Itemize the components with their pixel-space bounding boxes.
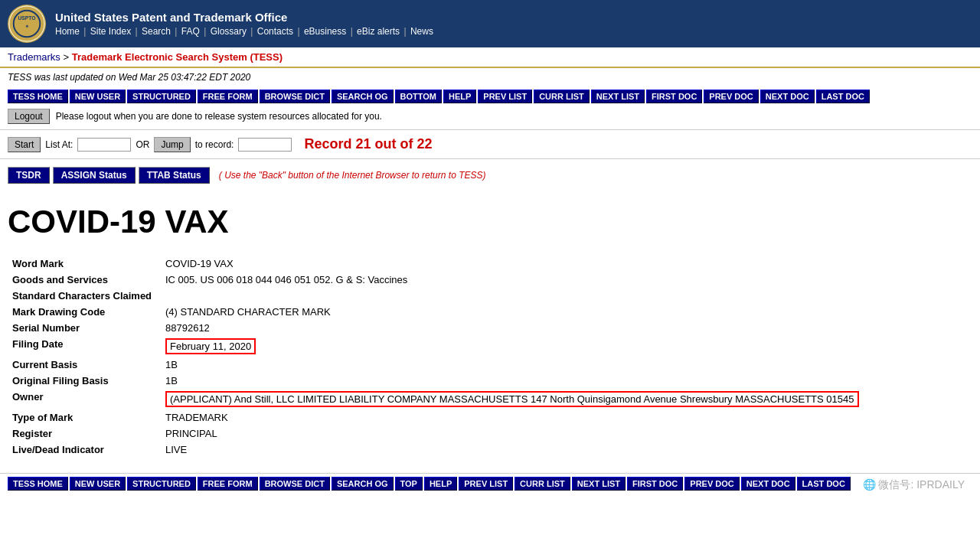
next-doc-button-bottom[interactable]: NEXT DOC	[741, 477, 795, 491]
field-value	[161, 288, 972, 304]
logout-message: Please logout when you are done to relea…	[56, 111, 382, 122]
record-count: Record 21 out of 22	[304, 136, 432, 152]
table-row: Owner (APPLICANT) And Still, LLC LIMITED…	[8, 389, 972, 409]
free-form-button-bottom[interactable]: FREE FORM	[198, 477, 258, 491]
start-button[interactable]: Start	[8, 137, 41, 152]
prev-doc-button-bottom[interactable]: PREV DOC	[684, 477, 739, 491]
table-row: Original Filing Basis 1B	[8, 373, 972, 389]
table-row: Current Basis 1B	[8, 357, 972, 373]
last-doc-button-bottom[interactable]: LAST DOC	[797, 477, 851, 491]
header-text: United States Patent and Trademark Offic…	[55, 11, 433, 37]
browse-dict-button-bottom[interactable]: BROWSE DICT	[260, 477, 330, 491]
filing-date-highlight: February 11, 2020	[165, 338, 256, 354]
next-list-button-top[interactable]: NEXT LIST	[591, 90, 645, 103]
field-value: (4) STANDARD CHARACTER MARK	[161, 304, 972, 320]
divider-1	[0, 129, 980, 130]
structured-button-bottom[interactable]: STRUCTURED	[127, 477, 196, 491]
main-content: COVID-19 VAX Word Mark COVID-19 VAX Good…	[0, 188, 980, 465]
owner-highlight: (APPLICANT) And Still, LLC LIMITED LIABI…	[165, 391, 859, 407]
prev-doc-button-top[interactable]: PREV DOC	[704, 90, 758, 103]
update-notice: TESS was last updated on Wed Mar 25 03:4…	[0, 68, 980, 86]
field-label: Current Basis	[8, 357, 161, 373]
ttab-status-button[interactable]: TTAB Status	[139, 167, 210, 184]
header-nav: Home | Site Index | Search | FAQ | Gloss…	[55, 26, 433, 37]
nav-ebusiness[interactable]: eBusiness	[304, 26, 346, 37]
trademark-title: COVID-19 VAX	[8, 204, 972, 240]
field-label: Live/Dead Indicator	[8, 442, 161, 458]
or-label: OR	[136, 139, 149, 150]
table-row: Mark Drawing Code (4) STANDARD CHARACTER…	[8, 304, 972, 320]
to-record-label: to record:	[195, 139, 234, 150]
top-button-bottom[interactable]: TOP	[395, 477, 423, 491]
table-row: Standard Characters Claimed	[8, 288, 972, 304]
field-label: Original Filing Basis	[8, 373, 161, 389]
to-record-input[interactable]	[238, 138, 292, 152]
field-value: LIVE	[161, 442, 972, 458]
curr-list-button-top[interactable]: CURR LIST	[534, 90, 590, 103]
next-list-button-bottom[interactable]: NEXT LIST	[572, 477, 626, 491]
jump-button[interactable]: Jump	[154, 137, 190, 152]
nav-home[interactable]: Home	[55, 26, 80, 37]
field-label: Filing Date	[8, 336, 161, 357]
table-row: Serial Number 88792612	[8, 320, 972, 336]
browse-dict-button[interactable]: BROWSE DICT	[260, 90, 330, 103]
new-user-button[interactable]: NEW USER	[70, 90, 126, 103]
nav-search[interactable]: Search	[142, 26, 171, 37]
tess-home-button[interactable]: TESS HOME	[8, 90, 68, 103]
last-doc-button-top[interactable]: LAST DOC	[816, 90, 870, 103]
prev-list-button-top[interactable]: PREV LIST	[478, 90, 532, 103]
logout-button[interactable]: Logout	[8, 109, 50, 124]
field-value: IC 005. US 006 018 044 046 051 052. G & …	[161, 272, 972, 288]
nav-contacts[interactable]: Contacts	[257, 26, 293, 37]
field-label: Standard Characters Claimed	[8, 288, 161, 304]
help-button-bottom[interactable]: HELP	[424, 477, 457, 491]
field-label: Word Mark	[8, 256, 161, 272]
table-row: Word Mark COVID-19 VAX	[8, 256, 972, 272]
table-row: Type of Mark TRADEMARK	[8, 409, 972, 426]
trademark-data-table: Word Mark COVID-19 VAX Goods and Service…	[8, 256, 972, 458]
table-row: Filing Date February 11, 2020	[8, 336, 972, 357]
nav-site-index[interactable]: Site Index	[90, 26, 131, 37]
curr-list-button-bottom[interactable]: CURR LIST	[514, 477, 570, 491]
table-row: Live/Dead Indicator LIVE	[8, 442, 972, 458]
page-header: USPTO ★ United States Patent and Tradema…	[0, 0, 980, 47]
first-doc-button-bottom[interactable]: FIRST DOC	[627, 477, 683, 491]
field-label: Register	[8, 426, 161, 442]
list-at-input[interactable]	[77, 138, 131, 152]
search-og-button-bottom[interactable]: SEARCH OG	[332, 477, 394, 491]
divider-2	[0, 158, 980, 159]
watermark: 🌐 微信号: IPRDAILY	[863, 478, 965, 492]
first-doc-button-top[interactable]: FIRST DOC	[646, 90, 702, 103]
uspto-logo: USPTO ★	[8, 5, 46, 43]
nav-glossary[interactable]: Glossary	[211, 26, 247, 37]
list-at-label: List At:	[45, 139, 73, 150]
field-label: Serial Number	[8, 320, 161, 336]
field-label: Mark Drawing Code	[8, 304, 161, 320]
new-user-button-bottom[interactable]: NEW USER	[70, 477, 126, 491]
field-value: TRADEMARK	[161, 409, 972, 426]
tess-home-button-bottom[interactable]: TESS HOME	[8, 477, 68, 491]
field-value: 88792612	[161, 320, 972, 336]
field-label: Owner	[8, 389, 161, 409]
field-label: Goods and Services	[8, 272, 161, 288]
field-value: COVID-19 VAX	[161, 256, 972, 272]
help-button-top[interactable]: HELP	[443, 90, 476, 103]
free-form-button[interactable]: FREE FORM	[198, 90, 258, 103]
tsdr-button[interactable]: TSDR	[8, 167, 50, 184]
field-value: 1B	[161, 357, 972, 373]
watermark-icon: 🌐	[863, 478, 879, 491]
top-toolbar: TESS HOME NEW USER STRUCTURED FREE FORM …	[0, 86, 980, 106]
assign-status-button[interactable]: ASSIGN Status	[53, 167, 136, 184]
nav-news[interactable]: News	[410, 26, 433, 37]
next-doc-button-top[interactable]: NEXT DOC	[760, 90, 815, 103]
org-name: United States Patent and Trademark Offic…	[55, 11, 433, 24]
bottom-toolbar: TESS HOME NEW USER STRUCTURED FREE FORM …	[0, 473, 980, 494]
breadcrumb: Trademarks > Trademark Electronic Search…	[0, 47, 980, 68]
bottom-button[interactable]: BOTTOM	[395, 90, 442, 103]
prev-list-button-bottom[interactable]: PREV LIST	[459, 477, 513, 491]
nav-ebiz-alerts[interactable]: eBiz alerts	[357, 26, 400, 37]
breadcrumb-parent[interactable]: Trademarks	[8, 51, 60, 63]
nav-faq[interactable]: FAQ	[181, 26, 200, 37]
search-og-button[interactable]: SEARCH OG	[332, 90, 394, 103]
structured-button[interactable]: STRUCTURED	[127, 90, 196, 103]
